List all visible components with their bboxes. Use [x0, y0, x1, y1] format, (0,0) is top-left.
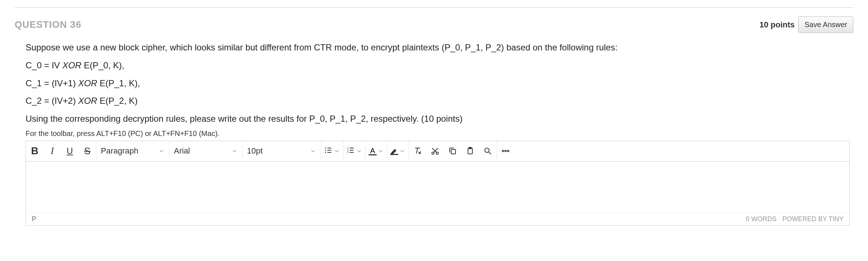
copy-button[interactable]	[444, 141, 461, 161]
font-size-value: 10pt	[247, 146, 263, 156]
question-header: QUESTION 36 10 points Save Answer	[15, 16, 853, 33]
question-text-line: C_1 = (IV+1) XOR E(P_1, K),	[26, 76, 850, 91]
highlight-color-dropdown[interactable]	[387, 141, 409, 161]
question-container: QUESTION 36 10 points Save Answer Suppos…	[15, 7, 853, 226]
question-text-line: Suppose we use a new block cipher, which…	[26, 40, 850, 55]
chevron-down-icon	[357, 148, 362, 154]
svg-rect-18	[451, 150, 456, 154]
paste-button[interactable]	[461, 141, 479, 161]
question-number-label: QUESTION 36	[15, 19, 81, 30]
block-format-dropdown[interactable]: Paragraph	[96, 141, 170, 161]
font-color-icon: A	[369, 147, 377, 155]
question-text-line: C_0 = IV XOR E(P_0, K),	[26, 58, 850, 73]
cipher-line: E(P_0, K),	[81, 60, 124, 70]
numbered-list-dropdown[interactable]: 1 2 3	[343, 141, 366, 161]
question-text-line: C_2 = (IV+2) XOR E(P_2, K)	[26, 94, 850, 109]
editor-content-area[interactable]	[26, 162, 849, 213]
chevron-down-icon	[378, 148, 384, 154]
cipher-line: C_2 = (IV+2)	[26, 96, 78, 106]
powered-by-label[interactable]: POWERED BY TINY	[783, 215, 844, 223]
cipher-line: C_1 = (IV+1)	[26, 78, 78, 88]
rich-text-editor: B I U S Paragraph Arial 10pt	[26, 141, 850, 226]
svg-point-21	[485, 148, 489, 152]
numbered-list-icon: 1 2 3	[346, 146, 355, 156]
block-format-value: Paragraph	[101, 146, 138, 156]
font-color-letter: A	[370, 147, 375, 154]
editor-footer: P 0 WORDS POWERED BY TINY	[26, 213, 849, 225]
svg-point-2	[325, 150, 326, 151]
bold-button[interactable]: B	[26, 141, 43, 161]
chevron-down-icon	[159, 148, 165, 154]
header-right: 10 points Save Answer	[760, 16, 853, 33]
xor-italic: XOR	[78, 96, 97, 106]
points-label: 10 points	[760, 20, 795, 30]
clear-formatting-button[interactable]	[409, 141, 426, 161]
cipher-line: E(P_1, K),	[97, 78, 140, 88]
cipher-line: C_0 = IV	[26, 60, 62, 70]
save-answer-button[interactable]: Save Answer	[798, 16, 853, 33]
svg-line-22	[489, 152, 491, 154]
cut-button[interactable]	[426, 141, 444, 161]
chevron-down-icon	[334, 148, 340, 154]
cipher-line: E(P_2, K)	[97, 96, 138, 106]
font-family-dropdown[interactable]: Arial	[170, 141, 243, 161]
find-button[interactable]	[479, 141, 496, 161]
chevron-down-icon	[311, 148, 316, 154]
xor-italic: XOR	[62, 60, 81, 70]
xor-italic: XOR	[78, 78, 97, 88]
toolbar-accessibility-hint: For the toolbar, press ALT+F10 (PC) or A…	[26, 129, 850, 138]
editor-footer-right: 0 WORDS POWERED BY TINY	[746, 215, 844, 223]
svg-point-4	[325, 152, 326, 153]
svg-point-24	[505, 150, 506, 152]
question-body: Suppose we use a new block cipher, which…	[15, 40, 853, 226]
strikethrough-button[interactable]: S	[79, 141, 96, 161]
italic-button[interactable]: I	[43, 141, 61, 161]
format-group: B I U S	[26, 141, 96, 161]
svg-point-23	[502, 150, 504, 152]
question-text-line: Using the corresponding decryption rules…	[26, 111, 850, 126]
chevron-down-icon	[400, 148, 406, 154]
more-options-button[interactable]	[497, 141, 514, 161]
font-size-dropdown[interactable]: 10pt	[243, 141, 321, 161]
highlight-icon	[390, 147, 398, 155]
svg-text:3: 3	[347, 151, 349, 154]
font-family-value: Arial	[174, 146, 190, 156]
element-path[interactable]: P	[32, 215, 36, 223]
font-color-dropdown[interactable]: A	[366, 141, 387, 161]
clipboard-group	[409, 141, 497, 161]
svg-point-0	[325, 148, 326, 149]
underline-button[interactable]: U	[61, 141, 79, 161]
bullet-list-dropdown[interactable]	[321, 141, 343, 161]
editor-toolbar: B I U S Paragraph Arial 10pt	[26, 141, 849, 162]
bullet-list-icon	[324, 146, 333, 156]
chevron-down-icon	[232, 148, 238, 154]
word-count[interactable]: 0 WORDS	[746, 215, 777, 223]
svg-point-25	[507, 150, 509, 152]
